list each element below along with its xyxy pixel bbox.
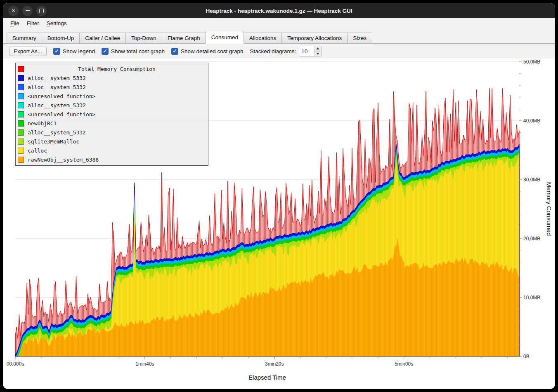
spinner-up-button[interactable] [314,46,321,52]
maximize-icon [39,9,44,13]
legend-label: alloc__system_5332 [28,75,86,81]
export-as-button[interactable]: Export As... [9,47,47,56]
show-total-cost-checkbox[interactable]: ✓ Show total cost graph [102,48,165,55]
minimize-icon [26,10,30,11]
show-legend-checkbox[interactable]: ✓ Show legend [53,48,95,55]
window-controls: ✕ [8,6,47,16]
minimize-button[interactable] [22,6,33,16]
window-title: Heaptrack - heaptrack.wakunode.1.gz — He… [3,8,555,14]
spinner-value[interactable]: 10 [299,46,314,56]
tab-allocations[interactable]: Allocations [244,33,282,44]
checkbox-label: Show legend [63,48,95,54]
svg-text:50,0MB: 50,0MB [523,59,540,65]
legend-item: rawNewObj__system_6388 [18,155,206,164]
legend-item: alloc__system_5332 [18,82,206,92]
legend-label: newObjRC1 [28,120,57,127]
spinner-buttons [314,46,321,56]
check-icon: ✓ [55,49,59,54]
legend-swatch [18,129,24,136]
svg-text:3min20s: 3min20s [265,361,284,367]
menubar: File Filter Settings [3,18,555,28]
check-icon: ✓ [173,49,177,54]
legend-item: alloc__system_5332 [18,101,206,110]
menu-settings[interactable]: Settings [43,19,71,27]
legend-item: sqlite3MemMalloc [18,137,206,146]
menu-file[interactable]: File [7,19,23,27]
svg-text:5min00s: 5min00s [395,361,413,367]
svg-text:20,0MB: 20,0MB [523,236,540,242]
checkbox-icon: ✓ [171,48,178,55]
app-window: ✕ Heaptrack - heaptrack.wakunode.1.gz — … [3,3,555,389]
tab-flame-graph[interactable]: Flame Graph [162,33,206,44]
legend-swatch [18,157,24,163]
legend-swatch [18,93,24,99]
tab-sizes[interactable]: Sizes [347,33,372,44]
stacked-diagrams-control: Stacked diagrams: 10 [250,46,322,56]
tab-summary[interactable]: Summary [7,33,42,44]
spinner-down-button[interactable] [314,52,321,56]
tab-bottom-up[interactable]: Bottom-Up [42,33,80,44]
checkbox-icon: ✓ [102,48,109,55]
legend-swatch-total [18,66,24,72]
close-icon: ✕ [11,8,15,14]
y-axis-title: Memory Consumed [546,182,553,236]
legend-label: alloc__system_5332 [28,129,86,136]
legend-item: <unresolved function> [18,92,206,101]
svg-text:10,0MB: 10,0MB [523,295,540,300]
legend-label: alloc__system_5332 [28,102,86,108]
legend-label: calloc [28,148,47,154]
tab-temporary-allocations[interactable]: Temporary Allocations [281,33,348,44]
chart-panel: 00.000s1min40s3min20s5min00s0B10,0MB20,0… [3,59,555,389]
legend-item: alloc__system_5332 [18,128,206,137]
legend-label: <unresolved function> [28,93,95,99]
tabbar: Summary Bottom-Up Caller / Callee Top-Do… [3,28,555,44]
titlebar: ✕ Heaptrack - heaptrack.wakunode.1.gz — … [3,3,555,18]
legend-label: rawNewObj__system_6388 [28,157,99,163]
checkbox-icon: ✓ [53,48,60,55]
tab-caller-callee[interactable]: Caller / Callee [79,33,126,44]
svg-text:1min40s: 1min40s [135,361,154,367]
legend-swatch [18,84,24,90]
svg-text:40,0MB: 40,0MB [523,118,540,124]
chevron-up-icon [316,47,319,49]
legend-swatch [18,75,24,81]
legend-item: <unresolved function> [18,110,206,119]
legend-label: alloc__system_5332 [28,84,86,90]
legend-item: calloc [18,146,206,155]
chevron-down-icon [316,53,319,55]
legend-swatch [18,120,24,127]
legend-swatch [18,138,24,145]
legend-swatch [18,102,24,108]
legend-item: newObjRC1 [18,119,206,128]
check-icon: ✓ [103,49,107,54]
legend-title-row: Total Memory Consumption [18,64,206,73]
legend-swatch [18,148,24,154]
stacked-diagrams-spinner[interactable]: 10 [299,46,322,56]
legend-label: <unresolved function> [28,111,95,117]
stacked-diagrams-label: Stacked diagrams: [250,48,296,54]
maximize-button[interactable] [36,6,47,16]
tab-consumed[interactable]: Consumed [206,31,244,44]
legend-label: sqlite3MemMalloc [28,138,79,145]
legend-title: Total Memory Consumption [28,66,206,72]
close-button[interactable]: ✕ [8,6,19,16]
toolbar: Export As... ✓ Show legend ✓ Show total … [3,44,555,59]
checkbox-label: Show total cost graph [111,48,165,54]
checkbox-label: Show detailed cost graph [181,48,244,54]
svg-text:00.000s: 00.000s [7,361,24,367]
legend-item: alloc__system_5332 [18,73,206,82]
show-detailed-cost-checkbox[interactable]: ✓ Show detailed cost graph [171,48,244,55]
legend-swatch [18,111,24,117]
chart-legend: Total Memory Consumption alloc__system_5… [15,63,208,166]
tab-top-down[interactable]: Top-Down [125,33,162,44]
menu-filter[interactable]: Filter [23,19,43,27]
x-axis-title: Elapsed Time [15,374,519,381]
svg-text:30,0MB: 30,0MB [523,177,540,183]
svg-text:0B: 0B [523,354,530,359]
